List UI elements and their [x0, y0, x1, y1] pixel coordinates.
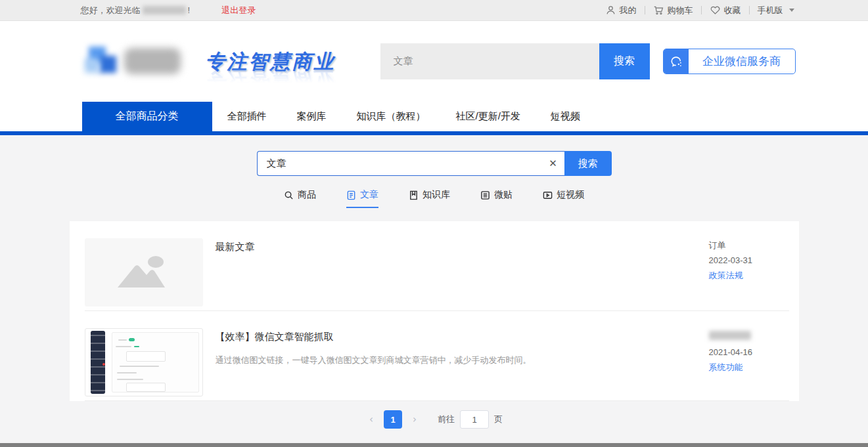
result-date: 2021-04-16 [709, 348, 789, 356]
tab-articles-label: 文章 [360, 189, 378, 201]
thumbnail-line [117, 372, 137, 373]
goto-page-input[interactable] [460, 410, 489, 429]
thumbnail-line [117, 379, 143, 380]
tab-knowledge-label: 知识库 [423, 189, 450, 201]
tab-knowledge[interactable]: 知识库 [409, 189, 450, 208]
greeting-suffix: ! [188, 5, 191, 15]
separator [701, 6, 702, 14]
slogan: 专注智慧商业 专注智慧商业 [206, 52, 336, 72]
redacted-username [143, 6, 186, 14]
pagination: ‹ 1 › 前往 页 [0, 410, 868, 429]
result-search-box: ✕ 搜索 [257, 151, 612, 176]
logo-blur-shape [99, 56, 116, 73]
mobile-version-label: 手机版 [758, 5, 783, 16]
result-category-link[interactable]: 政策法规 [709, 271, 789, 280]
result-title[interactable]: 【效率】微信文章智能抓取 [216, 331, 709, 343]
video-icon [543, 190, 553, 200]
cart-link[interactable]: 购物车 [653, 5, 693, 16]
cart-label: 购物车 [668, 5, 693, 16]
tab-goods-label: 商品 [298, 189, 316, 201]
header-search-box: 搜索 [380, 43, 650, 79]
post-icon [480, 190, 490, 200]
result-category-link[interactable]: 系统功能 [709, 363, 789, 372]
tab-posts-label: 微贴 [494, 189, 513, 201]
result-meta-type: 订单 [709, 241, 789, 249]
page-unit-label: 页 [494, 414, 503, 425]
wecom-service-label: 企业微信服务商 [689, 54, 795, 69]
favorites-label: 收藏 [724, 5, 741, 16]
placeholder-image-icon [85, 238, 203, 307]
article-icon [346, 190, 356, 200]
nav-item-all-categories[interactable]: 全部商品分类 [82, 102, 212, 131]
chevron-down-icon [789, 9, 794, 12]
cart-icon [653, 5, 664, 16]
result-type-tabs: 商品 文章 知识库 微贴 [0, 189, 868, 208]
heart-icon [710, 5, 721, 16]
result-item[interactable]: 【效率】微信文章智能抓取 通过微信图文链接，一键导入微信图文文章到商城文章营销中… [85, 311, 789, 401]
thumbnail-line [134, 346, 139, 347]
thumbnail-badge-dot [103, 363, 105, 366]
thumbnail-textarea [126, 383, 166, 392]
main-content: ✕ 搜索 商品 文章 知识库 [0, 135, 868, 443]
logout-link[interactable]: 退出登录 [221, 5, 256, 16]
nav-item-all-plugins[interactable]: 全部插件 [212, 102, 282, 131]
slogan-text: 专注智慧商业 [206, 52, 336, 72]
slogan-reflection: 专注智慧商业 [206, 69, 336, 89]
logo-blur-shape [85, 58, 99, 73]
main-nav: 全部商品分类 全部插件 案例库 知识库（教程） 社区/更新/开发 短视频 [0, 102, 868, 131]
thumbnail-textarea [126, 351, 166, 362]
result-search-button[interactable]: 搜索 [564, 151, 612, 176]
thumbnail-line [118, 339, 127, 341]
site-logo[interactable] [85, 41, 183, 82]
nav-item-case-library[interactable]: 案例库 [282, 102, 342, 131]
favorites-link[interactable]: 收藏 [710, 5, 741, 16]
prev-page-icon[interactable]: ‹ [365, 414, 377, 425]
tab-videos-label: 短视频 [557, 189, 584, 201]
thumbnail-line [116, 346, 131, 347]
logo-blur-shape [124, 48, 181, 74]
separator [645, 6, 645, 14]
clear-search-icon[interactable]: ✕ [542, 158, 564, 169]
tab-articles[interactable]: 文章 [346, 189, 378, 208]
goto-label: 前往 [438, 414, 455, 425]
book-icon [409, 190, 419, 200]
nav-item-community[interactable]: 社区/更新/开发 [441, 102, 536, 131]
result-date: 2022-03-31 [709, 256, 789, 265]
redacted-meta [709, 331, 751, 340]
result-description: 通过微信图文链接，一键导入微信图文文章到商城文章营销中，减少手动发布时间。 [216, 354, 709, 367]
page: 您好，欢迎光临 ! 退出登录 我的 购物车 [0, 0, 868, 447]
mobile-version-dropdown[interactable]: 手机版 [758, 5, 794, 16]
results-list: 最新文章 订单 2022-03-31 政策法规 [70, 221, 799, 401]
tab-videos[interactable]: 短视频 [543, 189, 584, 208]
thumbnail-line [120, 366, 159, 367]
my-account-link[interactable]: 我的 [605, 5, 637, 16]
thumbnail-toggle [129, 338, 135, 341]
nav-item-knowledge-base[interactable]: 知识库（教程） [342, 102, 441, 131]
tab-posts[interactable]: 微贴 [480, 189, 513, 208]
bottom-edge-bar [0, 443, 868, 447]
my-account-label: 我的 [620, 5, 637, 16]
nav-item-short-video[interactable]: 短视频 [536, 102, 595, 131]
tab-goods[interactable]: 商品 [284, 189, 316, 208]
next-page-icon[interactable]: › [409, 414, 421, 425]
search-icon [284, 190, 294, 200]
wecom-chat-icon [664, 49, 689, 74]
result-thumbnail [85, 328, 203, 396]
header-search-button[interactable]: 搜索 [599, 43, 650, 79]
wecom-service-button[interactable]: 企业微信服务商 [663, 49, 796, 74]
topbar: 您好，欢迎光临 ! 退出登录 我的 购物车 [0, 0, 868, 21]
result-item[interactable]: 最新文章 订单 2022-03-31 政策法规 [85, 221, 789, 311]
user-icon [605, 5, 616, 16]
header-search-input[interactable] [380, 43, 599, 79]
result-search-input[interactable] [258, 158, 542, 169]
greeting-prefix: 您好，欢迎光临 [81, 5, 141, 16]
header: 专注智慧商业 专注智慧商业 搜索 [0, 21, 868, 102]
thumbnail-sidebar [91, 331, 105, 394]
greeting: 您好，欢迎光临 ! [81, 5, 191, 16]
current-page-button[interactable]: 1 [384, 410, 402, 429]
result-title[interactable]: 最新文章 [216, 241, 709, 253]
separator [749, 6, 750, 14]
